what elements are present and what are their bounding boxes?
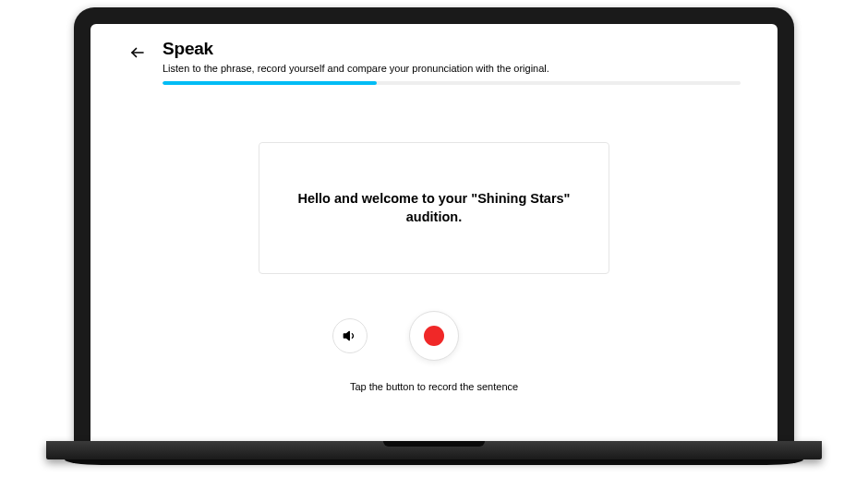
title-block: Speak Listen to the phrase, record yours… [163,39,741,85]
record-icon [424,326,444,346]
record-button[interactable] [409,311,459,361]
play-audio-button[interactable] [332,318,368,353]
speaker-icon [343,328,357,343]
controls-row [127,311,741,361]
laptop-frame: Speak Listen to the phrase, record yours… [74,7,794,465]
header: Speak Listen to the phrase, record yours… [127,39,741,85]
svg-marker-1 [344,331,349,340]
page-subtitle: Listen to the phrase, record yourself an… [163,63,741,74]
app-container: Speak Listen to the phrase, record yours… [90,24,778,441]
page-title: Speak [163,39,741,59]
laptop-foot [65,459,803,465]
arrow-left-icon [129,44,146,61]
content-area: Hello and welcome to your "Shining Stars… [127,90,741,441]
laptop-bezel: Speak Listen to the phrase, record yours… [74,7,794,441]
phrase-text: Hello and welcome to your "Shining Stars… [296,189,572,227]
record-hint: Tap the button to record the sentence [350,381,518,392]
app-screen: Speak Listen to the phrase, record yours… [90,24,778,441]
phrase-card: Hello and welcome to your "Shining Stars… [259,142,609,274]
progress-bar [163,81,741,85]
laptop-base [46,441,822,459]
back-button[interactable] [127,42,148,63]
progress-fill [163,81,377,85]
